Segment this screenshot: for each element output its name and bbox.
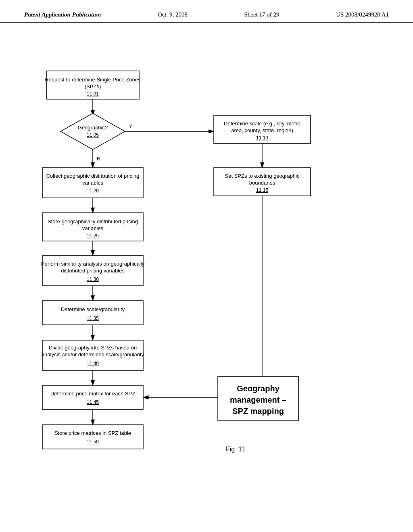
publication-title: Patent Application Publication xyxy=(24,11,101,18)
arrow-n-label: N xyxy=(97,156,100,162)
node-1140-text2: analysis and/or determined scale/granula… xyxy=(42,351,144,357)
publication-date: Oct. 9, 2008 xyxy=(158,11,188,18)
patent-number: US 2008/0249920 A1 xyxy=(336,11,389,18)
node-1135-ref: 11 35 xyxy=(87,316,99,321)
node-1110-text1: Determine scale (e.g., city, metro xyxy=(224,121,300,127)
node-1105-ref: 11 05 xyxy=(87,132,99,138)
arrow-1115-1145 xyxy=(143,196,262,397)
node-1135-text1: Determine scale/granularity xyxy=(61,306,125,312)
diagram-area: Request to determine Single Price Zones … xyxy=(0,23,413,526)
node-1120-ref: 11 20 xyxy=(87,188,99,193)
node-1140-ref: 11 40 xyxy=(87,361,99,366)
node-1120-text2: variables xyxy=(82,180,104,186)
node-1150-ref: 11 50 xyxy=(87,439,99,445)
page-header: Patent Application Publication Oct. 9, 2… xyxy=(0,0,413,23)
node-1110-ref: 11 10 xyxy=(256,135,268,141)
node-1145-ref: 11 45 xyxy=(87,399,99,405)
node-1110-text2: area, county, state, region) xyxy=(231,127,293,133)
node-1120-text1: Collect geographic distribution of prici… xyxy=(46,173,140,179)
node-1101-text1: Request to determine Single Price Zones xyxy=(45,77,141,83)
geo-mgmt-text3: SPZ mapping xyxy=(232,407,284,416)
arrow-y-label: Y xyxy=(129,124,132,129)
node-1130-text1: Perform similarity analysis on geographi… xyxy=(41,261,145,267)
node-1140-text1: Divide geography into SPZs based on xyxy=(49,345,137,351)
node-1105-text: Geographic? xyxy=(78,125,108,131)
node-1125-ref: 11 25 xyxy=(87,233,99,239)
node-1145 xyxy=(42,385,143,409)
node-1145-text1: Determine price matrix for each SPZ xyxy=(50,391,135,397)
sheet-info: Sheet 17 of 29 xyxy=(244,11,280,18)
node-1105 xyxy=(60,113,125,150)
node-1101-ref: 11 01 xyxy=(87,91,99,97)
geo-mgmt-text1: Geography xyxy=(237,384,280,393)
node-1115-text1: Set SPZs to existing geographic xyxy=(225,173,300,179)
node-1130-text2: distributed pricing variables xyxy=(61,268,125,274)
node-1115-ref: 11 15 xyxy=(256,187,268,193)
node-1150 xyxy=(42,425,143,449)
node-1115-text2: boundaries xyxy=(249,180,275,186)
node-1101-text2: (SPZs) xyxy=(85,83,101,89)
flowchart-svg: Request to determine Single Price Zones … xyxy=(0,23,413,526)
geo-mgmt-text2: management – xyxy=(230,395,286,404)
node-1125-text2: variables xyxy=(82,225,104,231)
node-1150-text1: Store price matrices in SPZ table xyxy=(54,430,131,436)
node-1125-text1: Store geographically distributed pricing xyxy=(48,218,138,224)
node-1130-ref: 11 30 xyxy=(87,276,99,282)
fig-label: Fig. 11 xyxy=(226,446,246,453)
